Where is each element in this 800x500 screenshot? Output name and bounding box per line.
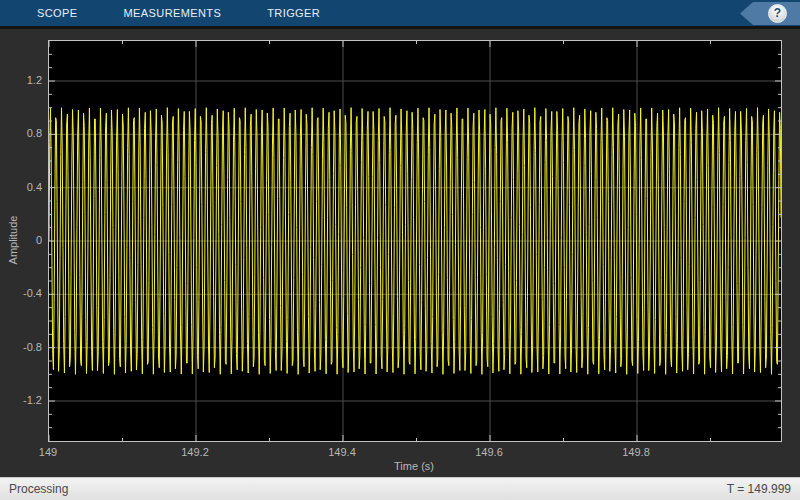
waveform-canvas — [49, 41, 781, 441]
status-bar: Processing T = 149.999 — [0, 477, 800, 500]
scope-plot-area[interactable] — [48, 40, 782, 442]
toolstrip: SCOPE MEASUREMENTS TRIGGER ? — [0, 0, 800, 29]
y-tick-label: -0.4 — [0, 286, 42, 300]
y-tick-label: 0.8 — [0, 126, 42, 140]
y-tick-label: -1.2 — [0, 393, 42, 407]
x-tick-label: 149 — [39, 446, 57, 458]
x-tick-label: 149.4 — [328, 446, 356, 458]
x-axis-title: Time (s) — [394, 460, 434, 472]
simulation-time: T = 149.999 — [727, 482, 791, 496]
x-tick-label: 149.2 — [181, 446, 209, 458]
help-tab-background: ? — [740, 2, 800, 25]
y-tick-label: 1.2 — [0, 73, 42, 87]
tab-scope[interactable]: SCOPE — [14, 0, 101, 26]
help-icon[interactable]: ? — [768, 4, 787, 23]
tab-trigger[interactable]: TRIGGER — [244, 0, 343, 26]
y-tick-label: 0.4 — [0, 180, 42, 194]
tab-measurements[interactable]: MEASUREMENTS — [101, 0, 245, 26]
status-text: Processing — [9, 482, 68, 496]
x-tick-label: 149.8 — [622, 446, 650, 458]
y-tick-label: 0 — [0, 233, 42, 247]
x-tick-label: 149.6 — [475, 446, 503, 458]
scope-window: SCOPE MEASUREMENTS TRIGGER ? Amplitude T… — [0, 0, 800, 500]
y-tick-label: -0.8 — [0, 340, 42, 354]
